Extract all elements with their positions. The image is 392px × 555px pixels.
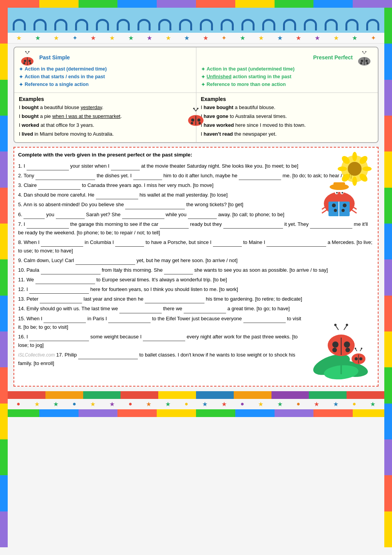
svg-line-73 xyxy=(344,325,347,330)
blank-8-3 xyxy=(213,241,242,247)
svg-point-28 xyxy=(199,122,201,124)
star-icon-11: ★ xyxy=(203,34,208,42)
question-14: 14. Emily should go with us. The last ti… xyxy=(18,304,374,313)
blank-8-4 xyxy=(266,241,326,247)
ring-15 xyxy=(304,19,317,30)
ring-16 xyxy=(325,19,338,30)
blank-6-4 xyxy=(188,213,217,219)
blank-8-2 xyxy=(115,241,144,247)
ring-container xyxy=(13,19,379,30)
star-icon-20: ✦ xyxy=(371,34,376,42)
top-border xyxy=(0,0,392,8)
ring-10 xyxy=(200,19,213,30)
svg-point-84 xyxy=(361,348,362,349)
stars-row-bottom: ● ★ ★ ● ★ ★ ● ★ ★ ● ★ ★ ● ★ ★ ● ★ ★ ● ★ xyxy=(8,399,384,409)
past-simple-column: Past Simple ✦ Action in the past (determ… xyxy=(14,47,196,92)
page-wrapper: ★ ★ ★ ✦ ★ ★ ★ ★ ★ ★ ★ ✦ ★ ★ ★ ★ ★ ★ ★ ✦ xyxy=(0,0,392,555)
svg-point-26 xyxy=(198,118,201,121)
svg-point-60 xyxy=(342,209,345,212)
example-present-3: I have worked here since I moved to this… xyxy=(201,121,374,129)
question-11: 11. We to Europe several times. It's alw… xyxy=(18,276,374,284)
examples-title-right: Examples xyxy=(201,96,374,102)
svg-point-32 xyxy=(197,108,199,109)
ring-7 xyxy=(137,19,151,30)
ladybug-center-icon xyxy=(186,107,207,128)
exercise-box: Complete with the verb given in the pres… xyxy=(13,147,379,387)
blank-2-3 xyxy=(239,174,281,180)
svg-point-25 xyxy=(191,118,194,121)
ring-8 xyxy=(158,19,171,30)
blank-3-1 xyxy=(38,184,80,190)
svg-point-79 xyxy=(355,357,358,360)
svg-point-14 xyxy=(361,60,363,62)
example-past-1: I bought a beautiful blouse yesterday. xyxy=(19,104,191,111)
ring-12 xyxy=(241,19,255,30)
ladybug-icon-left xyxy=(19,50,36,66)
blank-9-1 xyxy=(75,259,135,265)
main-content: Past Simple ✦ Action in the past (determ… xyxy=(8,44,384,390)
example-past-2: I bought a pie when I was at the superma… xyxy=(19,113,191,120)
blank-12-1 xyxy=(29,288,89,294)
question-15-row: 15. When I in Paris I to the Eifel Tower… xyxy=(18,314,374,383)
blank-10-2 xyxy=(164,269,193,274)
svg-point-71 xyxy=(345,348,350,352)
bottom-star-20: ★ xyxy=(370,400,375,408)
blank-7-4 xyxy=(310,223,352,229)
svg-point-37 xyxy=(338,166,347,171)
svg-point-74 xyxy=(334,324,337,326)
examples-title-left: Examples xyxy=(19,96,191,102)
examples-row: Examples I bought a beautiful blouse yes… xyxy=(14,92,378,143)
star-icon-5: ★ xyxy=(90,34,96,42)
bottom-star-15: ★ xyxy=(277,400,283,408)
svg-point-20 xyxy=(362,51,364,52)
ring-6 xyxy=(117,19,130,30)
star-icon-1: ★ xyxy=(16,34,22,42)
blank-5-1 xyxy=(125,204,185,209)
svg-point-34 xyxy=(348,162,362,176)
question-15: 15. When I in Paris I to the Eifel Tower… xyxy=(18,314,305,383)
blank-16-1 xyxy=(29,335,89,341)
stars-row-top: ★ ★ ★ ✦ ★ ★ ★ ★ ★ ★ ★ ✦ ★ ★ ★ ★ ★ ★ ★ ✦ xyxy=(8,33,384,44)
question-9: 9. Calm down, Lucy! Carl yet, but he may… xyxy=(18,256,374,265)
bee-character-illustration xyxy=(305,146,376,223)
bottom-star-16: ● xyxy=(297,400,300,407)
ladybug-bottom-illustration xyxy=(308,314,374,383)
past-simple-point-3: ✦ Reference to a single action xyxy=(19,81,191,88)
bottom-color-row xyxy=(8,391,384,399)
ring-18 xyxy=(366,19,379,30)
star-icon-4: ✦ xyxy=(72,34,77,42)
bottom-star-6: ★ xyxy=(109,400,115,408)
question-16: 16. I some weight because I every night … xyxy=(18,333,305,350)
blank-7-3 xyxy=(223,223,283,229)
grammar-headings-row: Past Simple ✦ Action in the past (determ… xyxy=(14,47,378,92)
blank-11-1 xyxy=(35,278,95,284)
blank-15-1 xyxy=(44,317,86,323)
ladybug-icon-right xyxy=(356,50,373,66)
bottom-star-8: ★ xyxy=(146,400,151,408)
star-icon-2: ★ xyxy=(35,34,40,42)
svg-point-27 xyxy=(191,122,193,124)
ring-1 xyxy=(13,19,26,30)
star-icon-12: ✦ xyxy=(221,34,226,42)
svg-line-72 xyxy=(335,325,338,330)
watermark-text: iSLCollective.com xyxy=(18,352,55,358)
blank-14-1 xyxy=(119,308,162,313)
ring-13 xyxy=(262,19,275,30)
grammar-reference-box: Past Simple ✦ Action in the past (determ… xyxy=(13,47,379,143)
svg-point-69 xyxy=(344,341,350,348)
svg-point-31 xyxy=(193,108,195,109)
svg-point-3 xyxy=(24,60,26,62)
present-perfect-point-2: ✦ Unfinished action starting in the past xyxy=(201,74,374,81)
bottom-border xyxy=(0,409,392,417)
bottom-star-13: ● xyxy=(241,400,245,407)
ring-11 xyxy=(221,19,234,30)
question-12: 12. I here for fourteen years, so I thin… xyxy=(18,285,374,294)
star-icon-8: ★ xyxy=(147,34,152,42)
ring-17 xyxy=(345,19,358,30)
blank-13-1 xyxy=(40,298,82,303)
question-8: 8. When I in Columbia I to have a Porsch… xyxy=(18,238,374,255)
star-icon-9: ★ xyxy=(166,34,171,42)
question-13: 13. Peter last year and since then he hi… xyxy=(18,295,374,303)
svg-point-5 xyxy=(23,62,25,64)
bottom-star-4: ● xyxy=(72,400,76,407)
